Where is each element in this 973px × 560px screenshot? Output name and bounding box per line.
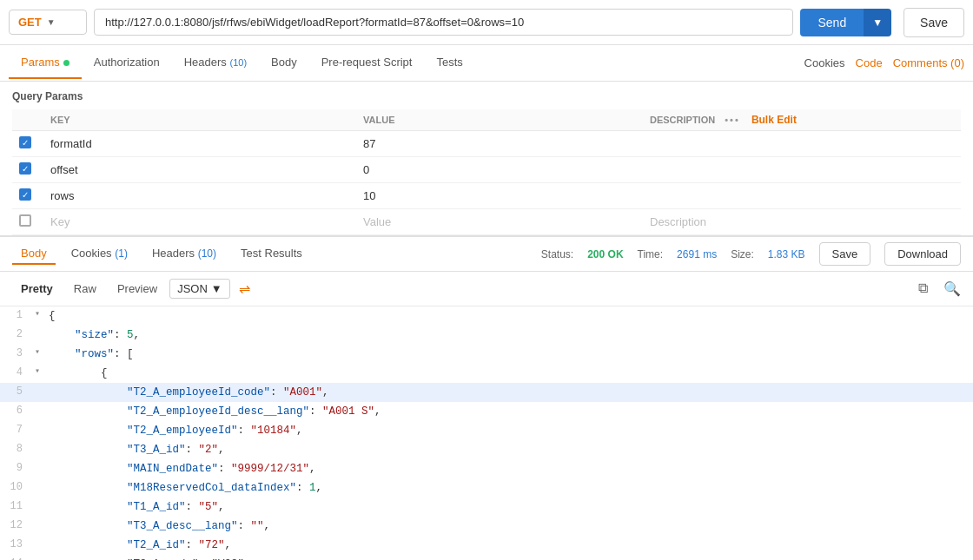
json-content: "T2_A_employeeId": "10184", <box>47 422 973 439</box>
line-number: 7 <box>0 422 35 438</box>
toggle-arrow-icon[interactable]: ▾ <box>35 365 47 379</box>
row-key-input[interactable] <box>50 163 349 176</box>
row-value-cell <box>356 131 643 157</box>
th-more-icon[interactable]: ••• <box>725 115 740 125</box>
time-label: Time: <box>638 248 664 260</box>
json-content: "M18ReservedCol_dataIndex": 1, <box>47 479 973 497</box>
query-params-title: Query Params <box>12 90 961 102</box>
fmt-tab-raw[interactable]: Raw <box>65 279 105 299</box>
json-line: 9 "MAIN_endDate": "9999/12/31", <box>0 459 973 478</box>
json-content: { <box>47 307 973 325</box>
key-placeholder: Key <box>50 215 70 228</box>
method-selector[interactable]: GET ▼ <box>9 10 87 35</box>
empty-row-checkbox[interactable] <box>19 214 31 227</box>
tab-params[interactable]: Params <box>9 47 82 79</box>
th-description: DESCRIPTION ••• Bulk Edit <box>643 109 961 131</box>
row-checkbox[interactable] <box>19 188 31 201</box>
json-viewer: 1▾{2 "size": 5,3▾ "rows": [4▾ {5 "T2_A_e… <box>0 306 973 560</box>
search-icon[interactable]: 🔍 <box>943 280 961 297</box>
resp-tab-cookies[interactable]: Cookies (1) <box>63 243 136 265</box>
resp-tab-headers[interactable]: Headers (10) <box>143 243 225 265</box>
row-desc-input[interactable] <box>650 137 954 150</box>
line-number: 9 <box>0 460 35 477</box>
th-check <box>12 109 43 131</box>
row-desc-input[interactable] <box>650 163 954 176</box>
row-checkbox[interactable] <box>19 136 31 148</box>
row-key-input[interactable] <box>50 137 349 150</box>
line-number: 10 <box>0 479 35 496</box>
row-value-input[interactable] <box>363 137 636 150</box>
row-key-input[interactable] <box>50 189 349 202</box>
fmt-tab-preview[interactable]: Preview <box>109 279 166 299</box>
send-button-group: Send ▼ <box>800 9 891 36</box>
url-input[interactable] <box>94 9 793 36</box>
json-line: 8 "T3_A_id": "2", <box>0 440 973 459</box>
toggle-arrow-icon[interactable]: ▾ <box>35 346 47 359</box>
right-header-links: Cookies Code Comments (0) <box>804 56 964 69</box>
table-row <box>12 131 961 157</box>
tab-tests[interactable]: Tests <box>424 47 474 79</box>
format-chevron-icon: ▼ <box>211 282 222 295</box>
toggle-arrow-icon[interactable]: ▾ <box>35 307 47 321</box>
json-line: 1▾{ <box>0 306 973 326</box>
json-line: 7 "T2_A_employeeId": "10184", <box>0 421 973 440</box>
bulk-edit-button[interactable]: Bulk Edit <box>751 114 797 126</box>
json-line: 3▾ "rows": [ <box>0 345 973 364</box>
query-params-section: Query Params KEY VALUE DESCRIPTION ••• B… <box>0 82 973 235</box>
fmt-tab-pretty[interactable]: Pretty <box>12 279 62 299</box>
response-save-button[interactable]: Save <box>819 242 871 266</box>
line-number: 11 <box>0 498 35 515</box>
table-row <box>12 157 961 183</box>
json-content: "MAIN_endDate": "9999/12/31", <box>47 460 973 478</box>
line-number: 14 <box>0 556 35 560</box>
th-key: KEY <box>43 109 356 131</box>
save-button[interactable]: Save <box>904 8 964 37</box>
table-row <box>12 183 961 209</box>
line-number: 13 <box>0 537 35 553</box>
json-content: "size": 5, <box>47 326 973 344</box>
row-checkbox-cell <box>12 131 43 157</box>
params-dot <box>63 60 70 66</box>
row-checkbox-cell <box>12 157 43 183</box>
tab-body[interactable]: Body <box>259 47 309 79</box>
json-line: 5 "T2_A_employeeId_code": "A001", <box>0 383 973 402</box>
tab-authorization[interactable]: Authorization <box>82 47 172 79</box>
line-number: 8 <box>0 441 35 458</box>
row-value-input[interactable] <box>363 189 636 202</box>
response-download-button[interactable]: Download <box>884 242 961 266</box>
row-value-cell <box>356 183 643 209</box>
th-value: VALUE <box>356 109 643 131</box>
resp-headers-count-badge: (10) <box>198 247 216 260</box>
params-table: KEY VALUE DESCRIPTION ••• Bulk Edit <box>12 109 961 235</box>
row-key-cell <box>43 131 356 157</box>
line-number: 3 <box>0 346 35 362</box>
row-desc-input[interactable] <box>650 189 954 202</box>
size-label: Size: <box>731 248 754 260</box>
copy-icon[interactable]: ⧉ <box>918 280 928 297</box>
format-selector[interactable]: JSON ▼ <box>169 279 230 299</box>
send-dropdown-button[interactable]: ▼ <box>864 9 891 36</box>
wrap-icon[interactable]: ⇌ <box>239 280 250 297</box>
headers-badge: (10) <box>229 57 247 68</box>
tab-pre-request[interactable]: Pre-request Script <box>309 47 425 79</box>
cookies-link[interactable]: Cookies <box>804 56 845 69</box>
format-label: JSON <box>177 282 208 295</box>
line-number: 5 <box>0 384 35 400</box>
json-content: "T2_A_id": "72", <box>47 537 973 554</box>
resp-tab-body[interactable]: Body <box>12 243 56 265</box>
value-placeholder: Value <box>363 215 391 228</box>
request-tabs: Params Authorization Headers (10) Body P… <box>0 45 973 82</box>
tab-headers[interactable]: Headers (10) <box>172 47 259 79</box>
send-button[interactable]: Send <box>800 9 864 36</box>
row-checkbox[interactable] <box>19 162 31 175</box>
row-value-input[interactable] <box>363 163 636 176</box>
json-line: 14 "T3_A_code": "V03", <box>0 555 973 560</box>
line-number: 1 <box>0 307 35 324</box>
status-value: 200 OK <box>587 248 623 260</box>
row-key-cell <box>43 157 356 183</box>
row-key-cell <box>43 183 356 209</box>
line-number: 12 <box>0 517 35 534</box>
comments-link[interactable]: Comments (0) <box>893 56 964 69</box>
code-link[interactable]: Code <box>856 56 883 69</box>
resp-tab-test-results[interactable]: Test Results <box>232 243 311 265</box>
